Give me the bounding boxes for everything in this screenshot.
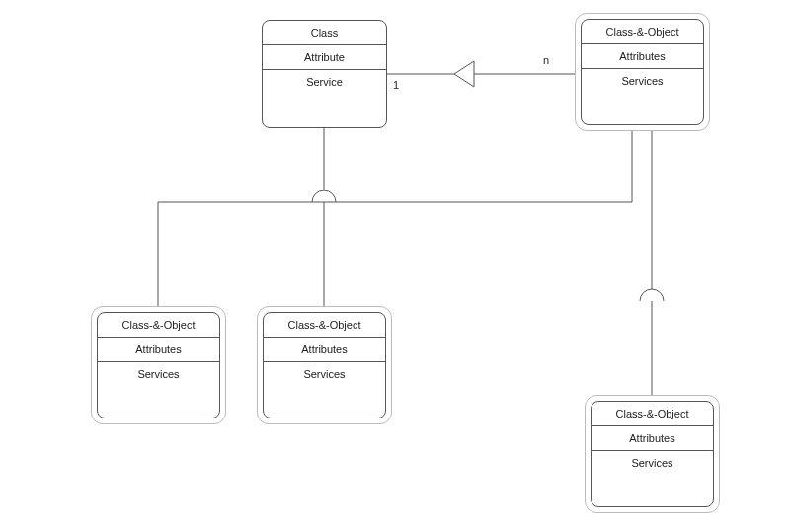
- class-service: Service: [263, 70, 386, 94]
- class-box: Class Attribute Service: [262, 20, 387, 128]
- co-br-attr: Attributes: [592, 426, 713, 450]
- class-object-child-br: Class-&-Object Attributes Services: [591, 401, 714, 507]
- co-cm-serv: Services: [264, 362, 385, 386]
- diagram-canvas: Class Attribute Service Class-&-Object A…: [0, 0, 790, 532]
- co-br-title: Class-&-Object: [592, 402, 713, 425]
- multiplicity-left: 1: [393, 79, 399, 91]
- class-object-top-right-outer: Class-&-Object Attributes Services: [575, 13, 710, 131]
- class-object-child-left: Class-&-Object Attributes Services: [97, 312, 220, 418]
- class-object-child-left-outer: Class-&-Object Attributes Services: [91, 306, 226, 424]
- class-object-top-right: Class-&-Object Attributes Services: [581, 19, 704, 125]
- co-cl-serv: Services: [98, 362, 219, 386]
- co-tr-serv: Services: [582, 69, 703, 93]
- class-title: Class: [263, 21, 386, 44]
- co-cm-title: Class-&-Object: [264, 313, 385, 337]
- class-attribute: Attribute: [263, 45, 386, 69]
- co-cl-title: Class-&-Object: [98, 313, 219, 337]
- co-br-serv: Services: [592, 451, 713, 475]
- multiplicity-right: n: [543, 54, 549, 66]
- class-object-child-mid-outer: Class-&-Object Attributes Services: [257, 306, 392, 424]
- co-tr-title: Class-&-Object: [582, 20, 703, 43]
- class-object-child-mid: Class-&-Object Attributes Services: [263, 312, 386, 418]
- co-cl-attr: Attributes: [98, 338, 219, 361]
- co-cm-attr: Attributes: [264, 338, 385, 361]
- class-object-child-br-outer: Class-&-Object Attributes Services: [585, 395, 720, 513]
- co-tr-attr: Attributes: [582, 44, 703, 68]
- svg-marker-1: [454, 61, 474, 87]
